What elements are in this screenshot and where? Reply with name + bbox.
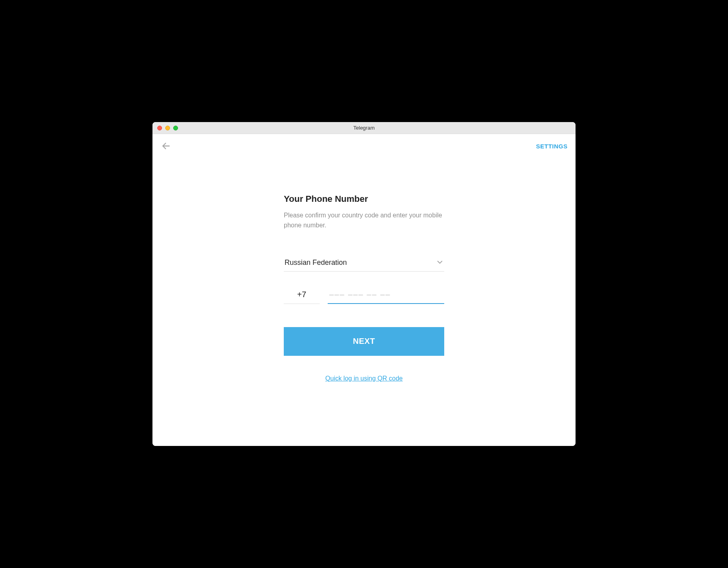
country-name: Russian Federation bbox=[285, 258, 347, 267]
next-button[interactable]: NEXT bbox=[284, 327, 444, 356]
phone-row: +7 bbox=[284, 286, 444, 304]
country-select[interactable]: Russian Federation bbox=[284, 256, 444, 272]
close-window-button[interactable] bbox=[157, 126, 162, 130]
settings-link[interactable]: SETTINGS bbox=[536, 143, 568, 150]
phone-number-input[interactable] bbox=[328, 286, 444, 304]
qr-login-link[interactable]: Quick log in using QR code bbox=[284, 375, 444, 382]
chevron-down-icon bbox=[436, 258, 443, 267]
back-button[interactable] bbox=[160, 140, 172, 152]
page-heading: Your Phone Number bbox=[284, 194, 444, 204]
minimize-window-button[interactable] bbox=[165, 126, 170, 130]
traffic-lights bbox=[157, 126, 178, 130]
content-area: SETTINGS Your Phone Number Please confir… bbox=[152, 134, 576, 446]
window-title: Telegram bbox=[152, 125, 576, 131]
dial-code-field[interactable]: +7 bbox=[284, 286, 320, 304]
page-subtext: Please confirm your country code and ent… bbox=[284, 211, 444, 231]
top-toolbar: SETTINGS bbox=[152, 134, 576, 158]
arrow-left-icon bbox=[161, 141, 171, 151]
login-form: Your Phone Number Please confirm your co… bbox=[284, 194, 444, 382]
zoom-window-button[interactable] bbox=[173, 126, 178, 130]
app-window: Telegram SETTINGS Your Phone Number Plea… bbox=[152, 122, 576, 446]
titlebar: Telegram bbox=[152, 122, 576, 134]
